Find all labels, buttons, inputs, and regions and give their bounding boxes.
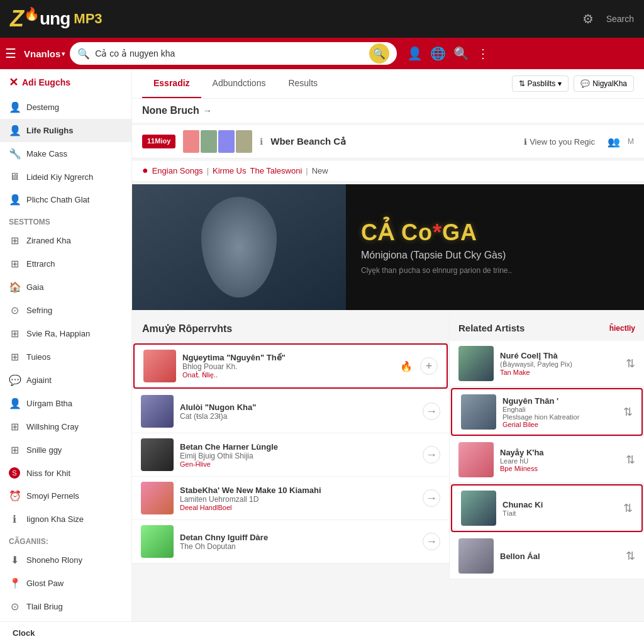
related-action-icon-2[interactable]: ⇅ <box>623 405 633 419</box>
song-item-3[interactable]: Betan Che Harner Lùngle Eimij Bjuig Othi… <box>132 433 449 477</box>
member-label: M <box>628 137 634 146</box>
user-icon[interactable]: 👤 <box>407 46 423 61</box>
related-sub-4: Tíait <box>502 509 617 517</box>
engian-songs-link[interactable]: Engian Songs <box>152 166 203 175</box>
artist-mini-thumb-1 <box>183 130 199 153</box>
grid-icon: ⊞ <box>9 351 20 363</box>
song-play-button-3[interactable]: → <box>423 446 440 464</box>
sidebar-item-smoyi[interactable]: ⏰ Smoyi Pernels <box>0 484 131 508</box>
sidebar-label-sefring: Sefring <box>26 306 52 315</box>
sidebar-item-iignon[interactable]: ℹ Iignon Kha Size <box>0 508 131 531</box>
related-more-link[interactable]: ĥiectliy <box>609 324 635 333</box>
song-info-1: Ngụeytima "Nguyên" Thế" Bhlog Pouar Kh. … <box>182 353 394 379</box>
song-item-5[interactable]: Detan Chny Iguiff Dàre The Oh Doputan → <box>132 520 449 564</box>
related-artists-column: Related Artists ĥiectliy Nuré Coel| Thà … <box>449 315 644 579</box>
related-item-5[interactable]: Bellon Áal ⇅ <box>450 533 644 579</box>
sidebar-label-smoyi: Smoyi Pernels <box>26 491 79 501</box>
song-thumb-2 <box>141 395 174 428</box>
sidebar-item-tuieos[interactable]: ⊞ Tuieos <box>0 345 131 369</box>
song-item-4[interactable]: StabeKha' We New Make 10 Kiamahi Lamiten… <box>132 477 449 520</box>
related-action-icon-3[interactable]: ⇅ <box>626 453 635 467</box>
artist-mini-thumb-2 <box>201 130 217 153</box>
new-link[interactable]: New <box>312 166 328 175</box>
sidebar: ✕ Adi Eugchs 👤 Destemg 👤 Life Rulighs 🔧 … <box>0 69 132 644</box>
song-item-2[interactable]: Alulòi "Nugon Kha" Cat (ŧsla 23ŧ)a → <box>132 390 449 433</box>
related-action-icon-5[interactable]: ⇅ <box>626 549 635 563</box>
songs-meta: ● Engian Songs | Kirme Us The Taleswoni … <box>132 161 644 182</box>
song-name-3: Betan Che Harner Lùngle <box>180 442 416 452</box>
search-button[interactable]: 🔍 <box>369 43 389 64</box>
more-icon[interactable]: ⋮ <box>477 46 489 61</box>
header: Z 🔥 ung MP3 ⚙ Search <box>0 0 644 38</box>
sidebar-item-svie[interactable]: ⊞ Svie Ra, Happian <box>0 322 131 345</box>
sidebar-label-glost: Glost Paw <box>26 579 64 588</box>
user-icon: 👤 <box>9 125 20 136</box>
sidebar-item-lideid[interactable]: 🖥 Lideid Kiy Ngrerch <box>0 165 131 188</box>
sidebar-item-niss[interactable]: S Niss for Khit <box>0 462 131 484</box>
kirme-link[interactable]: Kirme Us <box>213 166 246 175</box>
sidebar-item-ziraned[interactable]: ⊞ Ziraned Kha <box>0 229 131 252</box>
sidebar-item-make-cass[interactable]: 🔧 Make Cass <box>0 142 131 165</box>
view-regic-button[interactable]: ℹ View to you Regic <box>524 137 595 147</box>
sidebar-item-sefring[interactable]: ⊙ Sefring <box>0 299 131 322</box>
sidebar-label-ziraned: Ziraned Kha <box>26 236 71 245</box>
related-link-3[interactable]: Bpe Miiness <box>500 465 619 472</box>
sidebar-item-uirgam[interactable]: 👤 Uírgam Btha <box>0 392 131 415</box>
sidebar-item-destemg[interactable]: 👤 Destemg <box>0 96 131 119</box>
related-action-icon-4[interactable]: ⇅ <box>623 501 633 515</box>
related-item-2[interactable]: Nguyên Thân ' Enghali Pleslsage hion Kat… <box>451 388 643 436</box>
song-play-button-4[interactable]: → <box>423 489 440 507</box>
region-label: NigyalKha <box>592 79 627 88</box>
layout: ✕ Adi Eugchs 👤 Destemg 👤 Life Rulighs 🔧 … <box>0 69 644 644</box>
song-extra-4: Deeal HandlBoel <box>180 504 416 511</box>
sidebar-label-svie: Svie Ra, Happian <box>26 329 90 338</box>
related-link-2[interactable]: Gerial Bilee <box>502 421 617 428</box>
tool-icon: 🔧 <box>9 148 20 160</box>
related-link-1[interactable]: Tan Make <box>500 369 619 376</box>
settings-icon[interactable]: ⚙ <box>582 11 594 26</box>
related-item-1[interactable]: Nuré Coel| Thà (Ḃàywaysil, Payleg Pix) T… <box>450 341 644 387</box>
song-add-button[interactable]: + <box>420 357 438 375</box>
sidebar-item-tlail[interactable]: ⊙ Tlail Briug <box>0 595 131 618</box>
related-item-3[interactable]: Nayåy K'ha Leare ĥU Bpe Miiness ⇅ <box>450 437 644 483</box>
sidebar-item-snille[interactable]: ⊞ Snille ggy <box>0 438 131 462</box>
logo-z: Z <box>10 6 24 32</box>
sidebar-item-life-rulighs[interactable]: 👤 Life Rulighs <box>0 119 131 142</box>
song-play-button-2[interactable]: → <box>423 402 440 420</box>
related-action-icon-1[interactable]: ⇅ <box>626 357 635 370</box>
tab-adbundctions[interactable]: Adbundctions <box>201 69 277 98</box>
hero-title-part1: CẢ Co <box>361 219 433 245</box>
sort-button[interactable]: ⇅ Pasblilts ▾ <box>512 75 569 92</box>
related-sub-3: Leare ĥU <box>500 457 619 465</box>
sidebar-item-agiaint[interactable]: 💬 Agiaint <box>0 369 131 392</box>
song-item-1[interactable]: Ngụeytima "Nguyên" Thế" Bhlog Pouar Kh. … <box>133 343 448 389</box>
hamburger-icon[interactable]: ☰ <box>5 46 16 61</box>
globe-icon[interactable]: 🌐 <box>430 46 446 61</box>
tab-essradiz[interactable]: Essradiz <box>142 69 201 98</box>
the-taleswoni-link[interactable]: The Taleswoni <box>250 166 302 175</box>
sidebar-item-willshing[interactable]: ⊞ Willshing Cray <box>0 415 131 438</box>
sidebar-item-ettrarch[interactable]: ⊞ Ettrarch <box>0 252 131 275</box>
search-nav-icon[interactable]: 🔍 <box>453 46 469 61</box>
related-thumb-2 <box>461 394 496 430</box>
sidebar-label-gaia: Gaia <box>26 282 43 292</box>
sidebar-label-snille: Snille ggy <box>26 445 62 455</box>
tab-results[interactable]: Results <box>277 69 329 98</box>
song-thumb-5 <box>141 525 174 558</box>
grid-icon: ⊞ <box>9 328 20 340</box>
search-input[interactable] <box>95 48 364 58</box>
desktop-icon: 🖥 <box>9 171 20 182</box>
related-item-4[interactable]: Chunac Ki Tíait ⇅ <box>451 484 643 532</box>
sidebar-item-glost[interactable]: 📍 Glost Paw <box>0 572 131 595</box>
sidebar-item-plichc[interactable]: 👤 Plichc Chath Glat <box>0 188 131 211</box>
artist-banner-arrow-icon[interactable]: → <box>203 106 212 116</box>
song-play-button-5[interactable]: → <box>423 533 440 550</box>
info-icon: ℹ <box>260 136 263 147</box>
region-button[interactable]: 💬 NigyalKha <box>574 75 634 92</box>
sidebar-item-gaia[interactable]: 🏠 Gaia <box>0 275 131 299</box>
sidebar-item-shoneho[interactable]: ⬇ Shoneho Rlony <box>0 548 131 572</box>
download-icon: ⬇ <box>9 554 20 566</box>
related-name-2: Nguyên Thân ' <box>502 396 617 406</box>
sidebar-label-iignon: Iignon Kha Size <box>26 514 84 524</box>
nav-brand[interactable]: Vnanlos ▾ <box>24 48 65 59</box>
